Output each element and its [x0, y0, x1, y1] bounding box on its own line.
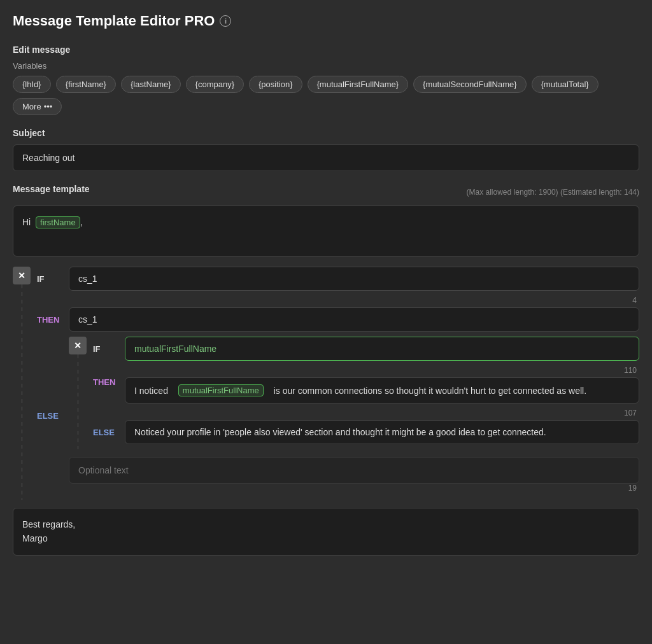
var-chip-mutualfirst[interactable]: {mutualFirstFullName}	[308, 76, 409, 93]
nested-block-2: ✕ IF 110 THEN	[69, 337, 639, 449]
else-label-1: ELSE	[37, 411, 62, 421]
nested-if-char-count-2: 110	[93, 366, 639, 375]
nested-then-content-2[interactable]: I noticed mutualFirstFullName is our com…	[125, 377, 639, 403]
nested-if-row-2: IF	[93, 337, 639, 361]
then-row-1: THEN	[37, 307, 639, 332]
greeting-text: Hi	[22, 217, 31, 227]
var-chip-position[interactable]: {position}	[249, 76, 302, 93]
nested-then-row-2: THEN I noticed mutualFirstFullName is ou…	[93, 377, 639, 403]
var-chip-mutualtotal[interactable]: {mutualTotal}	[532, 76, 599, 93]
var-chip-company[interactable]: {company}	[186, 76, 244, 93]
close-btn-2[interactable]: ✕	[69, 337, 87, 354]
nested-if-label-2: IF	[93, 344, 118, 354]
if-label-1: IF	[37, 274, 62, 284]
if-row-1: IF	[37, 267, 639, 291]
optional-input[interactable]	[69, 457, 639, 484]
then-prefix-2: I noticed	[134, 386, 168, 396]
more-label: More	[22, 102, 41, 111]
optional-block: 19	[69, 457, 639, 493]
more-chip[interactable]: More •••	[13, 98, 62, 115]
page-title: Message Template Editor PRO i	[13, 13, 639, 29]
more-dots: •••	[44, 102, 53, 111]
vertical-connector-2	[78, 354, 78, 449]
nested-content-2: IF 110 THEN I noticed mutualFirstFullNam…	[93, 337, 639, 449]
then-suffix-2: is our common connections so thought it …	[274, 386, 586, 396]
var-chip-mutualsecond[interactable]: {mutualSecondFullName}	[413, 76, 526, 93]
variables-label: Variables	[13, 61, 639, 71]
nested-else-content-2[interactable]: Noticed your profile in 'people also vie…	[125, 420, 639, 444]
variables-row: {lhId} {firstName} {lastName} {company} …	[13, 76, 639, 115]
template-header: Message template (Max allowed length: 19…	[13, 184, 639, 200]
message-box[interactable]: Hi firstName,	[13, 206, 639, 256]
then-label-1: THEN	[37, 315, 62, 325]
nested-else-label-2: ELSE	[93, 428, 118, 437]
if-char-count-1: 4	[37, 296, 639, 305]
footer-message[interactable]: Best regards,Margo	[13, 508, 639, 556]
vertical-connector-1	[22, 284, 22, 500]
nested-if-input-2[interactable]	[125, 337, 639, 361]
nested-left-2: ✕	[69, 337, 87, 449]
nested-then-char-count-2: 107	[93, 409, 639, 417]
else-row-1: ELSE ✕ IF 110	[37, 337, 639, 495]
var-chip-lastname[interactable]: {lastName}	[121, 76, 181, 93]
app-title: Message Template Editor PRO	[13, 13, 215, 29]
var-chip-firstname[interactable]: {firstName}	[56, 76, 116, 93]
subject-input[interactable]	[13, 144, 639, 171]
condition-block-1: ✕ IF 4 THEN ELSE ✕	[13, 267, 639, 500]
firstname-var: firstName	[36, 216, 80, 228]
info-icon[interactable]: i	[220, 15, 231, 27]
then-input-1[interactable]	[69, 307, 639, 332]
nested-else-row-2: ELSE Noticed your profile in 'people als…	[93, 420, 639, 444]
subject-label: Subject	[13, 128, 639, 138]
if-input-1[interactable]	[69, 267, 639, 291]
subject-section: Subject	[13, 128, 639, 171]
message-template-section: Message template (Max allowed length: 19…	[13, 184, 639, 256]
template-hint: (Max allowed length: 1900) (Estimated le…	[467, 188, 639, 197]
then-var-2: mutualFirstFullName	[178, 384, 264, 396]
footer-text: Best regards,Margo	[22, 519, 75, 543]
nested-then-label-2: THEN	[93, 377, 118, 387]
close-btn-1[interactable]: ✕	[13, 267, 31, 284]
template-label: Message template	[13, 184, 90, 194]
optional-char-count: 19	[69, 484, 639, 493]
edit-message-label: Edit message	[13, 45, 639, 55]
greeting-comma: ,	[80, 217, 83, 227]
outer-left-1: ✕	[13, 267, 31, 500]
var-chip-lhid[interactable]: {lhId}	[13, 76, 51, 93]
outer-content-1: IF 4 THEN ELSE ✕	[37, 267, 639, 500]
